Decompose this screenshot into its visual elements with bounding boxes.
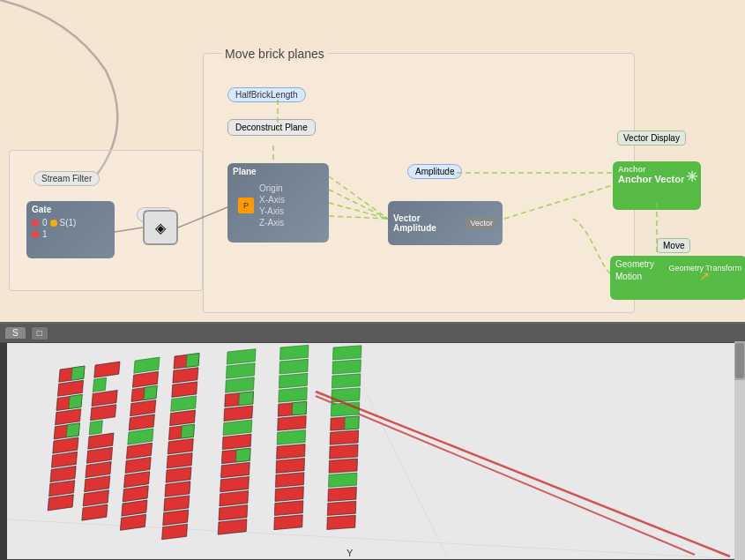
svg-rect-21 [66, 423, 79, 437]
svg-rect-89 [276, 444, 304, 459]
viewport-tab[interactable]: S [5, 327, 26, 339]
scrollbar-track [734, 380, 745, 560]
svg-rect-93 [274, 501, 302, 516]
gate-port-red [32, 220, 39, 227]
svg-rect-86 [292, 401, 306, 414]
viewport-toolbar: S □ [0, 324, 745, 343]
svg-rect-107 [327, 501, 355, 515]
svg-rect-58 [181, 424, 194, 438]
scrollbar-thumb[interactable] [735, 343, 744, 378]
vector-display-label[interactable]: Vector Display [617, 131, 686, 146]
svg-rect-95 [332, 346, 361, 360]
stream-filter-label[interactable]: Stream Filter [34, 171, 100, 186]
deconstruct-plane-node[interactable]: Deconstruct Plane [227, 119, 316, 136]
move-label[interactable]: Move [657, 238, 690, 253]
svg-rect-94 [273, 515, 302, 530]
move-node[interactable]: Geometry Motion ↗ Geometry Transform [610, 256, 745, 300]
svg-rect-75 [235, 448, 250, 462]
svg-rect-102 [330, 430, 358, 444]
svg-rect-97 [332, 374, 360, 388]
svg-rect-87 [277, 415, 305, 430]
svg-rect-83 [279, 373, 307, 388]
svg-rect-105 [328, 473, 356, 487]
viz-content: Y [7, 343, 739, 559]
transform-icon-node[interactable]: ◈ [143, 210, 178, 245]
svg-rect-31 [89, 421, 102, 435]
viewport-canvas[interactable]: Y [7, 343, 739, 559]
gate-node[interactable]: Gate 0 S(1) 1 [26, 201, 115, 258]
half-brick-pill[interactable]: HalfBrickLength [227, 87, 306, 102]
svg-rect-28 [93, 377, 106, 392]
group-label: Move brick planes [221, 47, 328, 61]
plane-node[interactable]: Plane P Origin X-Axis Y-Axis Z-Axis [227, 163, 329, 243]
viewport-area: S □ [0, 322, 745, 560]
amplitude-pill[interactable]: Amplitude [407, 164, 462, 179]
anchor-vector-icon: ✳ [686, 168, 697, 185]
svg-rect-108 [326, 515, 354, 529]
vector-amp-type: Vector [466, 217, 497, 229]
svg-rect-15 [71, 366, 84, 380]
svg-rect-91 [275, 473, 303, 488]
plane-icon: P [238, 198, 254, 213]
grasshopper-canvas[interactable]: Stream Filter Gate 0 S(1) 1 Plane ◈ Move… [0, 0, 745, 322]
gate-port-red2 [32, 231, 39, 238]
svg-rect-101 [344, 416, 358, 429]
vector-amplitude-node[interactable]: Vector Amplitude Vector [388, 201, 503, 245]
viewport-scrollbar[interactable] [734, 341, 745, 560]
svg-rect-88 [277, 429, 305, 444]
svg-rect-104 [329, 459, 357, 473]
gate-port-orange [50, 220, 57, 227]
square-icon: □ [37, 328, 42, 338]
svg-rect-106 [327, 487, 355, 501]
svg-rect-82 [279, 359, 307, 374]
anchor-vector-node[interactable]: Anchor Anchor Vector ✳ [613, 161, 701, 210]
svg-rect-84 [278, 387, 306, 402]
svg-rect-41 [143, 385, 156, 399]
svg-rect-103 [329, 444, 357, 459]
viewport-btn-square[interactable]: □ [31, 326, 48, 340]
svg-rect-81 [279, 345, 308, 360]
svg-rect-52 [186, 354, 199, 368]
viz-svg: Y [7, 343, 739, 559]
svg-text:Y: Y [346, 548, 354, 558]
svg-rect-90 [276, 459, 304, 474]
svg-rect-18 [68, 394, 81, 408]
svg-rect-96 [332, 360, 360, 374]
svg-rect-92 [274, 487, 302, 502]
transform-icon: ◈ [155, 220, 166, 236]
svg-rect-70 [238, 392, 253, 406]
